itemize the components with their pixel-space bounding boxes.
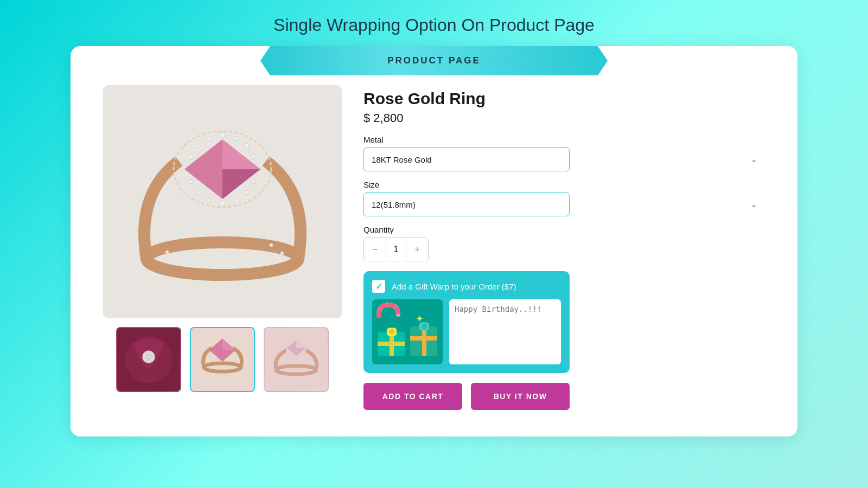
svg-point-19	[207, 136, 211, 140]
buy-it-now-button[interactable]: BUY IT NOW	[471, 383, 570, 410]
product-page-banner: PRODUCT PAGE	[260, 46, 608, 75]
gift-message-input[interactable]	[449, 299, 561, 364]
action-buttons: ADD TO CART BUY IT NOW	[363, 383, 765, 410]
svg-point-15	[196, 190, 200, 195]
svg-point-9	[252, 155, 256, 159]
svg-text:✦: ✦	[416, 313, 424, 324]
page-title: Single Wrapping Option On Product Page	[273, 15, 595, 35]
quantity-label: Quantity	[363, 225, 765, 234]
metal-label: Metal	[363, 135, 765, 144]
quantity-control: − 1 +	[363, 237, 429, 261]
svg-point-22	[270, 243, 273, 247]
quantity-value: 1	[386, 238, 406, 261]
banner-text: PRODUCT PAGE	[387, 55, 481, 66]
svg-point-16	[189, 179, 193, 184]
thumbnail-row	[116, 327, 329, 392]
main-product-image	[103, 85, 342, 318]
add-to-cart-button[interactable]: ADD TO CART	[363, 383, 462, 410]
svg-point-17	[189, 155, 193, 159]
svg-rect-44	[422, 326, 426, 356]
gift-wrap-box: ✓ Add a Gift Warp to your Order ($7)	[363, 271, 570, 373]
size-select-wrap: 6(51.8mm) 8(51.8mm) 10(51.8mm) 12(51.8mm…	[363, 192, 765, 216]
svg-point-14	[207, 198, 211, 202]
gift-wrap-checkbox[interactable]: ✓	[372, 280, 385, 293]
metal-select-wrap: 18KT Rose Gold 14KT Rose Gold 18KT White…	[363, 147, 765, 171]
svg-point-7	[234, 136, 238, 140]
gift-wrap-content: ✦	[372, 299, 561, 364]
svg-point-18	[196, 144, 200, 148]
svg-point-28	[148, 356, 150, 358]
svg-point-13	[220, 201, 225, 206]
svg-point-11	[245, 190, 249, 195]
gift-wrap-label: Add a Gift Warp to your Order ($7)	[392, 282, 516, 291]
svg-point-47	[389, 329, 394, 335]
size-select[interactable]: 6(51.8mm) 8(51.8mm) 10(51.8mm) 12(51.8mm…	[363, 192, 570, 216]
banner-wrap: PRODUCT PAGE	[71, 46, 797, 80]
svg-point-21	[165, 251, 169, 254]
product-images	[103, 85, 342, 410]
gift-wrap-image: ✦	[372, 299, 443, 364]
checkmark-icon: ✓	[375, 281, 382, 292]
quantity-decrease-button[interactable]: −	[364, 238, 386, 261]
svg-point-23	[280, 252, 284, 255]
size-chevron-icon: ⌄	[751, 200, 757, 209]
metal-chevron-icon: ⌄	[751, 155, 757, 164]
thumbnail-3[interactable]	[264, 327, 329, 392]
metal-select[interactable]: 18KT Rose Gold 14KT Rose Gold 18KT White…	[363, 147, 570, 171]
gift-wrap-header: ✓ Add a Gift Warp to your Order ($7)	[372, 280, 561, 293]
thumbnail-1[interactable]	[116, 327, 181, 392]
product-details: Rose Gold Ring $ 2,800 Metal 18KT Rose G…	[363, 85, 765, 410]
quantity-increase-button[interactable]: +	[406, 238, 428, 261]
product-name: Rose Gold Ring	[363, 89, 765, 108]
product-price: $ 2,800	[363, 111, 765, 125]
svg-point-6	[220, 132, 225, 138]
svg-point-20	[156, 241, 159, 244]
thumbnail-2[interactable]	[190, 327, 255, 392]
svg-point-8	[245, 144, 249, 148]
product-body: Rose Gold Ring $ 2,800 Metal 18KT Rose G…	[71, 85, 797, 410]
svg-point-10	[252, 179, 256, 184]
svg-point-50	[422, 324, 427, 329]
svg-point-12	[234, 198, 238, 202]
product-card: PRODUCT PAGE	[71, 46, 797, 436]
size-label: Size	[363, 180, 765, 189]
